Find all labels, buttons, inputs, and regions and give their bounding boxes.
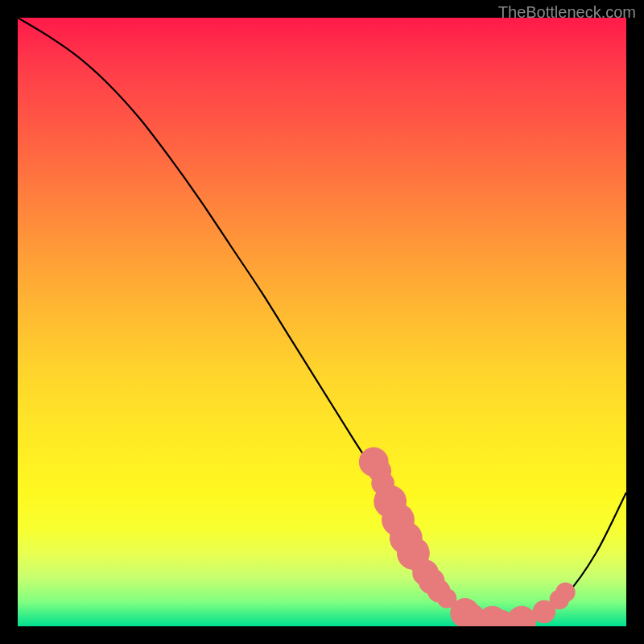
curve-marker-group (359, 448, 576, 626)
curve-marker (555, 582, 576, 602)
curve-marker (507, 606, 537, 626)
bottleneck-curve-svg (18, 18, 626, 626)
attribution-text: TheBottleneck.com (498, 3, 636, 22)
chart-plot-area (18, 18, 626, 626)
bottleneck-curve-line (18, 18, 626, 623)
